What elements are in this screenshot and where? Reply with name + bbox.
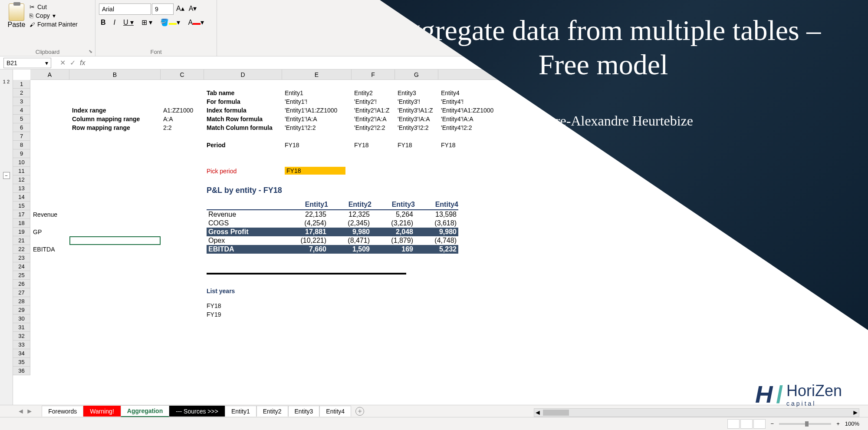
row-header[interactable]: 28 <box>13 297 30 306</box>
cell-text: Match Row formula <box>207 116 263 122</box>
tab-entity1[interactable]: Entity1 <box>225 406 256 417</box>
tab-forewords[interactable]: Forewords <box>42 406 83 417</box>
zoom-in-button[interactable]: + <box>836 420 840 427</box>
row-header[interactable]: 13 <box>13 184 30 193</box>
tab-entity3[interactable]: Entity3 <box>288 406 320 417</box>
row-header[interactable]: 17 <box>13 210 30 219</box>
fill-color-button[interactable]: 🪣▾ <box>158 17 182 27</box>
row-header[interactable]: 15 <box>13 202 30 210</box>
row-header[interactable]: 8 <box>13 141 30 149</box>
font-name-input[interactable] <box>99 3 151 15</box>
row-header[interactable]: 9 <box>13 149 30 158</box>
col-header[interactable]: E <box>282 69 352 79</box>
row-header[interactable]: 3 <box>13 97 30 106</box>
format-painter-button[interactable]: Format Painter <box>30 20 78 29</box>
tab-warning[interactable]: Warning! <box>83 406 121 417</box>
col-header[interactable]: F <box>352 69 395 79</box>
row-header[interactable]: 36 <box>13 367 30 375</box>
row-header[interactable]: 14 <box>13 193 30 202</box>
name-box[interactable]: B21▾ <box>3 58 51 68</box>
fx-icon[interactable]: fx <box>80 59 85 67</box>
outline-collapse-button[interactable]: − <box>3 172 10 179</box>
row-header[interactable]: 22 <box>13 245 30 254</box>
normal-view-button[interactable] <box>727 419 740 429</box>
col-header[interactable]: B <box>69 69 161 79</box>
row-header[interactable]: 10 <box>13 158 30 167</box>
cell-text: FY18 <box>441 142 455 149</box>
add-sheet-button[interactable]: + <box>355 407 364 416</box>
row-header[interactable]: 12 <box>13 175 30 184</box>
cell-text: FY19 <box>207 311 221 318</box>
cell-text: Index formula <box>207 107 247 114</box>
zoom-out-button[interactable]: − <box>771 420 774 427</box>
cell-text: Index range <box>72 107 106 114</box>
row-header[interactable]: 24 <box>13 262 30 271</box>
row-header[interactable]: 2 <box>13 89 30 97</box>
cell-value: 22,135 <box>285 211 328 218</box>
row-header[interactable]: 30 <box>13 314 30 323</box>
cell-value: 7,660 <box>285 245 328 253</box>
col-header[interactable]: A <box>30 69 69 79</box>
italic-button[interactable]: I <box>112 18 117 27</box>
paste-icon <box>9 3 24 21</box>
page-layout-button[interactable] <box>740 419 753 429</box>
clipboard-launcher[interactable]: ⬊ <box>89 49 92 54</box>
tab-aggregation[interactable]: Aggregation <box>121 405 169 417</box>
table-col-header: Entity4 <box>415 201 458 208</box>
row-header[interactable]: 34 <box>13 349 30 358</box>
cut-button[interactable]: Cut <box>30 3 78 11</box>
row-header[interactable]: 32 <box>13 332 30 341</box>
cell-text: 2:2 <box>163 124 171 131</box>
tab-nav[interactable]: ◄ ► <box>17 407 33 415</box>
cell-value: (3,618) <box>415 219 458 227</box>
bold-button[interactable]: B <box>99 18 108 27</box>
font-color-button[interactable]: A▾ <box>186 17 206 27</box>
tab-entity2[interactable]: Entity2 <box>256 406 288 417</box>
borders-button[interactable]: ⊞ ▾ <box>140 17 154 27</box>
divider <box>207 273 406 275</box>
period-picker[interactable]: FY18 <box>285 167 345 175</box>
zoom-slider[interactable] <box>779 423 831 425</box>
row-header[interactable]: 19 <box>13 228 30 236</box>
row-header[interactable]: 1 <box>13 80 30 89</box>
page-break-button[interactable] <box>753 419 766 429</box>
row-header[interactable]: 4 <box>13 106 30 115</box>
enter-formula-icon[interactable]: ✓ <box>70 59 76 67</box>
row-header[interactable]: 31 <box>13 323 30 332</box>
col-header[interactable]: D <box>204 69 282 79</box>
row-header[interactable]: 23 <box>13 254 30 262</box>
row-header[interactable]: 33 <box>13 341 30 349</box>
row-header[interactable]: 6 <box>13 123 30 132</box>
row-label: EBITDA <box>207 245 285 253</box>
row-header[interactable]: 18 <box>13 219 30 228</box>
cancel-formula-icon[interactable]: ✕ <box>60 59 66 67</box>
underline-button[interactable]: U ▾ <box>122 17 135 27</box>
copy-button[interactable]: Copy ▾ <box>30 11 78 20</box>
table-row: EBITDA7,6601,5091695,232 <box>207 245 458 254</box>
row-header[interactable]: 25 <box>13 271 30 280</box>
row-header[interactable]: 5 <box>13 115 30 123</box>
zoom-level[interactable]: 100% <box>845 420 859 427</box>
row-header[interactable]: 26 <box>13 280 30 288</box>
row-header[interactable]: 35 <box>13 358 30 367</box>
row-header[interactable]: 21 <box>13 236 30 245</box>
row-header[interactable]: 29 <box>13 306 30 314</box>
paste-button[interactable]: Paste <box>3 2 30 30</box>
col-header[interactable]: C <box>161 69 204 79</box>
cell-value: (2,345) <box>328 219 372 227</box>
logo: H/ HoriZen capital <box>755 380 842 408</box>
horizontal-scrollbar[interactable]: ◄► <box>534 408 859 417</box>
tab-sources[interactable]: --- Sources >>> <box>169 406 225 417</box>
col-header[interactable]: G <box>395 69 438 79</box>
row-header[interactable]: 27 <box>13 288 30 297</box>
font-size-input[interactable] <box>152 3 174 15</box>
row-header[interactable]: 7 <box>13 132 30 141</box>
cell-text: A1:ZZ1000 <box>163 107 193 114</box>
paste-label: Paste <box>8 21 26 29</box>
increase-font-button[interactable]: A▴ <box>174 3 186 15</box>
cell-text: EBITDA <box>33 246 55 253</box>
table-col-header: Entity2 <box>328 201 372 208</box>
decrease-font-button[interactable]: A▾ <box>187 3 199 15</box>
row-header[interactable]: 11 <box>13 167 30 175</box>
tab-entity4[interactable]: Entity4 <box>319 406 351 417</box>
